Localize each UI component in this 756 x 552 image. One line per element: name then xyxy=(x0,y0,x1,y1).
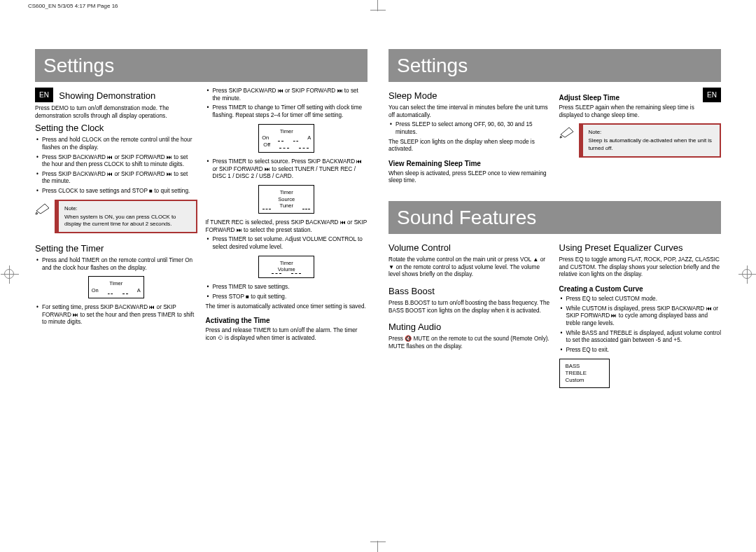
step: Press STOP ■ to quit setting. xyxy=(206,294,368,301)
heading-adjust-sleep: Adjust Sleep Time xyxy=(559,93,722,102)
note-label: Note: xyxy=(589,129,715,136)
diagram-timer-source: Timer Source Tuner xyxy=(258,185,314,214)
note-text: When system is ON, you can press CLOCK t… xyxy=(64,214,176,227)
step: Press SLEEP to select among OFF, 90, 60,… xyxy=(388,121,551,136)
heading-preset-eq: Using Preset Equalizer Curves xyxy=(559,242,722,254)
heading-muting: Muting Audio xyxy=(388,322,551,333)
text: If TUNER REC is selected, press SKIP BAC… xyxy=(206,219,368,234)
heading-custom-curve: Creating a Custom Curve xyxy=(559,284,722,294)
text: The SLEEP icon lights on the display whe… xyxy=(388,139,551,153)
diagram-timer-on: Timer OnA xyxy=(88,276,144,298)
lang-badge: EN xyxy=(35,88,53,102)
note-icon xyxy=(559,125,576,139)
step: Press TIMER to select source. Press SKIP… xyxy=(206,158,368,181)
heading-view-remaining: View Remaining Sleep Time xyxy=(388,159,551,168)
note-label: Note: xyxy=(64,205,190,212)
note-box: Note: When system is ON, you can press C… xyxy=(55,200,197,233)
page-left: Settings EN Showing Demonstration Press … xyxy=(35,49,368,518)
step: Press SKIP BACKWARD ⏮ or SKIP FORWARD ⏭ … xyxy=(206,88,368,102)
step: Press and hold TIMER on the remote contr… xyxy=(35,257,197,272)
note-text: Sleep is automatically de-activated when… xyxy=(589,137,712,151)
text: Press B.BOOST to turn on/off boosting th… xyxy=(388,300,551,315)
step: Press CLOCK to save settings and STOP ■ … xyxy=(35,188,197,195)
step: Press TIMER to set volume. Adjust VOLUME… xyxy=(206,236,368,251)
heading-bass-boost: Bass Boost xyxy=(388,286,551,298)
text: Press DEMO to turn on/off demonstration … xyxy=(35,105,197,120)
note-box: Note: Sleep is automatically de-activate… xyxy=(579,123,722,157)
text: Press and release TIMER to turn on/off t… xyxy=(206,327,368,342)
step: Press TIMER to change to Timer Off setti… xyxy=(206,104,368,119)
page-title-sound: Sound Features xyxy=(388,201,721,234)
page-title-right: Settings xyxy=(388,49,721,82)
step: Press SKIP BACKWARD ⏮ or SKIP FORWARD ⏭ … xyxy=(35,154,197,169)
step: For setting time, press SKIP BACKWARD ⏮ … xyxy=(35,304,197,326)
text: Press 🔇 MUTE on the remote to cut the so… xyxy=(388,336,551,350)
crop-mark-left xyxy=(4,269,14,279)
step: Press EQ to select CUSTOM mode. xyxy=(559,296,722,303)
step: While BASS and TREBLE is displayed, adju… xyxy=(559,330,722,345)
text: You can select the time interval in minu… xyxy=(388,104,551,119)
text: When sleep is activated, press SLEEP onc… xyxy=(388,170,551,185)
heading-setting-timer: Setting the Timer xyxy=(35,243,197,255)
print-header: CS600_EN 5/3/05 4:17 PM Page 16 xyxy=(28,3,118,10)
text: Press SLEEP again when the remaining sle… xyxy=(559,104,722,119)
note-icon xyxy=(35,201,52,215)
step: Press EQ to exit. xyxy=(559,347,722,354)
step: Press and hold CLOCK on the remote contr… xyxy=(35,137,197,151)
crop-mark-right xyxy=(742,269,752,279)
heading-sleep-mode: Sleep Mode xyxy=(388,90,551,102)
heading-volume: Volume Control xyxy=(388,242,551,254)
heading-activating-time: Activating the Time xyxy=(206,316,368,325)
page-title-left: Settings xyxy=(35,49,368,82)
diagram-timer-volume: Timer Volume xyxy=(258,256,314,279)
step: Press SKIP BACKWARD ⏮ or SKIP FORWARD ⏭ … xyxy=(35,171,197,186)
step: Press TIMER to save settings. xyxy=(206,284,368,291)
text: Rotate the volume control on the main un… xyxy=(388,256,551,279)
step: While CUSTOM is displayed, press SKIP BA… xyxy=(559,305,722,328)
text: The timer is automatically activated onc… xyxy=(206,303,368,311)
text: Press EQ to toggle among FLAT, ROCK, POP… xyxy=(559,256,722,279)
lang-badge: EN xyxy=(703,88,721,102)
diagram-eq: BASS TREBLE Custom xyxy=(559,359,610,388)
diagram-timer-onoff: Timer OnA Off xyxy=(258,124,314,153)
heading-setting-clock: Setting the Clock xyxy=(35,123,197,134)
heading-showing-demo: Showing Demonstration xyxy=(59,90,155,102)
page-right: Settings Sleep Mode You can select the t… xyxy=(388,49,721,518)
